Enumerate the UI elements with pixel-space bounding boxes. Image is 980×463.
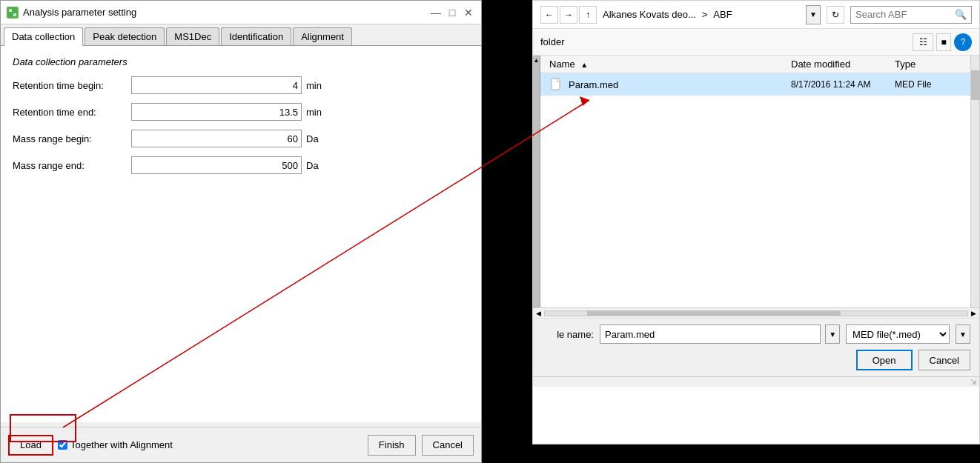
file-cancel-button[interactable]: Cancel bbox=[918, 350, 970, 370]
breadcrumb-part1: Alkanes Kovats deo... bbox=[603, 9, 696, 20]
folder-label: folder bbox=[540, 36, 908, 47]
mass-range-end-input[interactable] bbox=[131, 156, 302, 174]
tab-bar: Data collection Peak detection MS1Dec Id… bbox=[1, 24, 481, 46]
view-options: ☷ ■ ? bbox=[913, 33, 972, 51]
scroll-up-icon: ▲ bbox=[534, 57, 540, 64]
retention-time-begin-row: Retention time begin: min bbox=[13, 76, 469, 94]
file-list-content: Name ▲ Date modified Type Param.med bbox=[540, 56, 970, 307]
file-list-area: ▲ Name ▲ Date modified Type bbox=[533, 56, 979, 307]
scroll-indicator-bottom: ◀ ▶ bbox=[533, 307, 979, 318]
mass-range-end-label: Mass range end: bbox=[13, 160, 131, 171]
vertical-scrollbar[interactable] bbox=[970, 56, 979, 307]
file-date: 8/17/2016 11:24 AM bbox=[791, 79, 895, 90]
file-list: Param.med 8/17/2016 11:24 AM MED File bbox=[540, 73, 970, 96]
mass-range-end-row: Mass range end: Da bbox=[13, 156, 469, 174]
retention-time-begin-unit: min bbox=[306, 80, 322, 91]
search-box: 🔍 bbox=[850, 6, 972, 24]
dialog-footer: Load Together with Alignment Finish Canc… bbox=[1, 427, 481, 462]
tab-data-collection[interactable]: Data collection bbox=[4, 27, 83, 46]
view-grid-button[interactable]: ☷ bbox=[913, 33, 933, 51]
tab-identification[interactable]: Identification bbox=[221, 27, 291, 45]
together-with-alignment-checkbox[interactable] bbox=[58, 440, 67, 450]
breadcrumb-separator: > bbox=[702, 9, 708, 20]
breadcrumb-dropdown-button[interactable]: ▼ bbox=[806, 5, 821, 24]
svg-rect-5 bbox=[13, 13, 16, 16]
file-type: MED File bbox=[895, 79, 961, 90]
mass-range-begin-row: Mass range begin: Da bbox=[13, 130, 469, 147]
section-title: Data collection parameters bbox=[13, 56, 469, 67]
file-list-header: Name ▲ Date modified Type bbox=[540, 56, 970, 73]
file-dialog-footer: le name: ▼ MED file(*.med) ▼ Open Cancel bbox=[533, 318, 979, 376]
file-footer-buttons: Open Cancel bbox=[542, 350, 970, 370]
retention-time-end-row: Retention time end: min bbox=[13, 103, 469, 121]
finish-button[interactable]: Finish bbox=[368, 435, 416, 456]
scroll-left-icon: ◀ bbox=[536, 310, 541, 317]
breadcrumb: Alkanes Kovats deo... > ABF bbox=[603, 9, 800, 20]
help-button[interactable]: ? bbox=[954, 33, 972, 51]
retention-time-end-input[interactable] bbox=[131, 103, 302, 121]
mass-range-begin-label: Mass range begin: bbox=[13, 133, 131, 144]
maximize-button[interactable]: □ bbox=[446, 6, 459, 19]
back-button[interactable]: ← bbox=[540, 6, 558, 24]
resize-handle[interactable]: ⇲ bbox=[533, 376, 979, 387]
file-icon bbox=[549, 77, 564, 92]
file-dialog-toolbar: folder ☷ ■ ? bbox=[533, 29, 979, 56]
file-name-dropdown-button[interactable]: ▼ bbox=[825, 324, 840, 344]
minimize-button[interactable]: — bbox=[429, 6, 443, 19]
sort-arrow-icon: ▲ bbox=[580, 61, 588, 69]
column-type-header[interactable]: Type bbox=[895, 59, 961, 70]
resize-icon: ⇲ bbox=[970, 378, 976, 386]
search-icon: 🔍 bbox=[955, 9, 967, 20]
file-name-row: le name: ▼ MED file(*.med) ▼ bbox=[542, 324, 970, 344]
retention-time-end-unit: min bbox=[306, 107, 322, 118]
file-open-dialog: ← → ↑ Alkanes Kovats deo... > ABF ▼ ↻ 🔍 … bbox=[532, 0, 980, 444]
column-date-header[interactable]: Date modified bbox=[791, 59, 895, 70]
mass-range-begin-unit: Da bbox=[306, 133, 319, 144]
title-bar-left: Analysis parameter setting bbox=[7, 7, 136, 19]
load-button[interactable]: Load bbox=[8, 435, 53, 456]
footer-right: Finish Cancel bbox=[368, 435, 474, 456]
tab-peak-detection[interactable]: Peak detection bbox=[85, 27, 165, 45]
retention-time-begin-label: Retention time begin: bbox=[13, 80, 131, 91]
retention-time-begin-input[interactable] bbox=[131, 76, 302, 94]
footer-left: Load Together with Alignment bbox=[8, 435, 173, 456]
tab-ms1dec[interactable]: MS1Dec bbox=[166, 27, 219, 45]
file-item[interactable]: Param.med 8/17/2016 11:24 AM MED File bbox=[540, 73, 970, 96]
cancel-button[interactable]: Cancel bbox=[422, 435, 474, 456]
file-type-select[interactable]: MED file(*.med) bbox=[846, 324, 950, 344]
scroll-right-icon: ▶ bbox=[971, 310, 976, 317]
up-button[interactable]: ↑ bbox=[579, 6, 597, 24]
file-name-input[interactable] bbox=[600, 324, 821, 344]
breadcrumb-part2: ABF bbox=[713, 9, 732, 20]
open-button[interactable]: Open bbox=[856, 350, 913, 370]
tab-alignment[interactable]: Alignment bbox=[293, 27, 352, 45]
title-bar: Analysis parameter setting — □ ✕ bbox=[1, 1, 481, 24]
view-details-button[interactable]: ■ bbox=[936, 33, 951, 51]
scrollbar-thumb bbox=[971, 70, 980, 100]
column-name-header[interactable]: Name ▲ bbox=[549, 59, 791, 70]
retention-time-end-label: Retention time end: bbox=[13, 107, 131, 118]
title-bar-controls: — □ ✕ bbox=[429, 6, 475, 19]
together-with-alignment-checkbox-label[interactable]: Together with Alignment bbox=[58, 439, 173, 450]
dialog-content: Data collection parameters Retention tim… bbox=[1, 46, 481, 422]
close-button[interactable]: ✕ bbox=[462, 6, 475, 19]
analysis-parameter-dialog: Analysis parameter setting — □ ✕ Data co… bbox=[0, 0, 482, 463]
forward-button[interactable]: → bbox=[560, 6, 577, 24]
mass-range-begin-input[interactable] bbox=[131, 130, 302, 147]
refresh-button[interactable]: ↻ bbox=[827, 6, 844, 24]
svg-rect-4 bbox=[9, 9, 12, 12]
dialog-title: Analysis parameter setting bbox=[23, 7, 136, 18]
file-type-dropdown-button[interactable]: ▼ bbox=[956, 324, 970, 344]
file-name: Param.med bbox=[569, 79, 791, 90]
search-input[interactable] bbox=[855, 9, 952, 20]
mass-range-end-unit: Da bbox=[306, 160, 319, 171]
file-dialog-header: ← → ↑ Alkanes Kovats deo... > ABF ▼ ↻ 🔍 bbox=[533, 1, 979, 29]
file-name-label: le name: bbox=[542, 329, 594, 340]
nav-left-area: ← → ↑ bbox=[540, 6, 597, 24]
app-icon bbox=[7, 7, 19, 19]
